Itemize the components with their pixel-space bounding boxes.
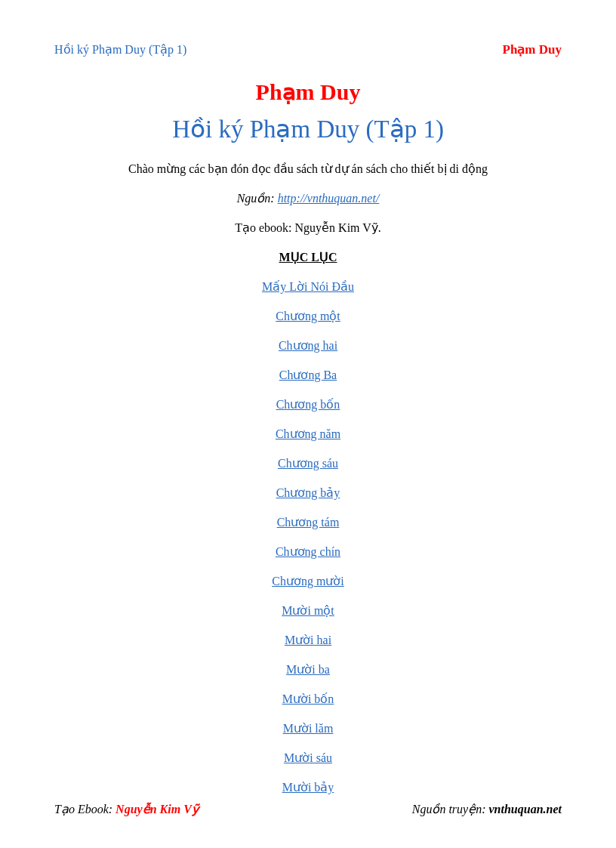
footer-site: vnthuquan.net — [489, 803, 562, 816]
header-title-left: Hồi ký Phạm Duy (Tập 1) — [54, 42, 186, 57]
toc-item[interactable]: Chương một — [54, 309, 562, 323]
source-line: Nguồn: http://vnthuquan.net/ — [54, 191, 562, 205]
source-link[interactable]: http://vnthuquan.net/ — [278, 192, 380, 205]
toc-item[interactable]: Mười bốn — [54, 692, 562, 706]
page-footer: Tạo Ebook: Nguyễn Kim Vỹ Nguồn truyện: v… — [54, 802, 562, 816]
toc-item[interactable]: Mấy Lời Nói Đầu — [54, 279, 562, 294]
header-author-right: Phạm Duy — [503, 42, 562, 57]
page-header: Hồi ký Phạm Duy (Tập 1) Phạm Duy — [54, 42, 562, 57]
title-author: Phạm Duy — [54, 79, 562, 105]
toc-item[interactable]: Chương bốn — [54, 397, 562, 412]
toc-item[interactable]: Chương bảy — [54, 486, 562, 500]
toc-list: Mấy Lời Nói Đầu Chương một Chương hai Ch… — [54, 279, 562, 794]
toc-item[interactable]: Mười hai — [54, 633, 562, 647]
toc-item[interactable]: Mười ba — [54, 662, 562, 677]
toc-item[interactable]: Chương Ba — [54, 368, 562, 382]
toc-item[interactable]: Chương chín — [54, 544, 562, 559]
footer-right: Nguồn truyện: vnthuquan.net — [412, 802, 562, 816]
toc-item[interactable]: Chương năm — [54, 427, 562, 441]
toc-heading: MỤC LỤC — [54, 250, 562, 264]
toc-item[interactable]: Chương mười — [54, 574, 562, 588]
toc-item[interactable]: Mười sáu — [54, 751, 562, 765]
footer-creator: Nguyễn Kim Vỹ — [116, 803, 199, 816]
source-label: Nguồn: — [237, 192, 278, 205]
welcome-line: Chào mừng các bạn đón đọc đầu sách từ dự… — [54, 162, 562, 176]
footer-right-label: Nguồn truyện: — [412, 803, 489, 816]
footer-left: Tạo Ebook: Nguyễn Kim Vỹ — [54, 802, 199, 816]
creator-line: Tạo ebook: Nguyễn Kim Vỹ. — [54, 220, 562, 235]
toc-item[interactable]: Mười một — [54, 603, 562, 618]
toc-item[interactable]: Chương sáu — [54, 456, 562, 470]
toc-item[interactable]: Mười bảy — [54, 780, 562, 794]
toc-item[interactable]: Mười lăm — [54, 721, 562, 735]
footer-left-label: Tạo Ebook: — [54, 803, 116, 816]
title-book: Hồi ký Phạm Duy (Tập 1) — [54, 114, 562, 143]
toc-item[interactable]: Chương hai — [54, 338, 562, 353]
toc-item[interactable]: Chương tám — [54, 515, 562, 529]
